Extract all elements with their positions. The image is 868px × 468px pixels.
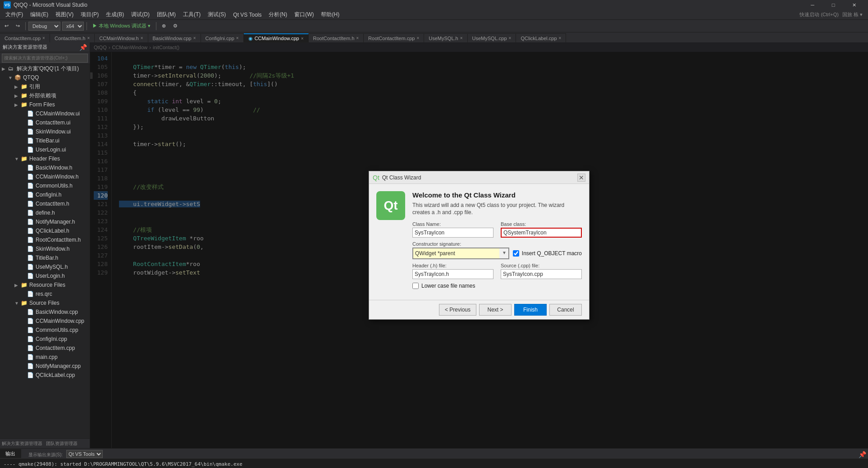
attach-button[interactable]: ⊕	[159, 22, 169, 30]
redo-button[interactable]: ↪	[13, 22, 23, 30]
tree-skinwindow-h[interactable]: ▶ 📄 SkinWindow.h	[0, 244, 90, 253]
menu-team[interactable]: 团队(M)	[153, 10, 179, 19]
tree-usemysql-h-node[interactable]: ▶ 📄 UseMySQL.h	[0, 262, 90, 271]
tree-resource-files[interactable]: ▶ 📁 Resource Files	[0, 280, 90, 289]
tab-contactitem-cpp[interactable]: ContactItem.cpp ×	[0, 33, 50, 42]
tab-rootcontactitem-h[interactable]: RootContactItem.h ×	[309, 33, 364, 42]
platform-select[interactable]: x64 x86	[62, 22, 84, 31]
tree-rootcontactitem-h[interactable]: ▶ 📄 RootContactItem.h	[0, 235, 90, 244]
tree-references[interactable]: ▶ 📁 引用	[0, 82, 90, 91]
tree-qclicklabel-h[interactable]: ▶ 📄 QClickLabel.h	[0, 226, 90, 235]
previous-button[interactable]: < Previous	[439, 304, 476, 316]
tree-contactitem-ui[interactable]: ▶ 📄 ContactItem.ui	[0, 118, 90, 127]
tree-configini-h[interactable]: ▶ 📄 ConfigIni.h	[0, 190, 90, 199]
header-input[interactable]	[412, 269, 493, 279]
minimize-button[interactable]: ─	[802, 0, 823, 10]
tree-res-qrc[interactable]: ▶ 📄 res.qrc	[0, 289, 90, 298]
dialog-close-button[interactable]: ✕	[577, 174, 585, 182]
menu-file[interactable]: 文件(F)	[2, 10, 27, 19]
tab-close[interactable]: ×	[416, 36, 419, 41]
tree-titlebar-h[interactable]: ▶ 📄 TitleBar.h	[0, 253, 90, 262]
tree-source-files[interactable]: ▼ 📁 Source Files	[0, 298, 90, 307]
undo-button[interactable]: ↩	[2, 22, 11, 30]
tab-close[interactable]: ×	[87, 36, 90, 41]
menu-qt[interactable]: Qt VS Tools	[229, 11, 265, 19]
menu-debug[interactable]: 调试(D)	[128, 10, 153, 19]
run-button[interactable]: ▶ 本地 Windows 调试器 ▾	[90, 22, 153, 30]
next-button[interactable]: Next >	[479, 304, 512, 316]
tree-userlogin-h[interactable]: ▶ 📄 UserLogin.h	[0, 271, 90, 280]
tab-close[interactable]: ×	[509, 36, 512, 41]
output-tab-output[interactable]: 输出	[0, 449, 21, 458]
insert-qobject-checkbox[interactable]	[513, 250, 519, 257]
tree-contactitem-h-node[interactable]: ▶ 📄 ContactItem.h	[0, 199, 90, 208]
output-area[interactable]: ---- qmake(29408): started D:\PROGRAMMIN…	[0, 458, 868, 468]
menu-window[interactable]: 窗口(W)	[291, 10, 317, 19]
tab-close[interactable]: ×	[460, 36, 463, 41]
menu-test[interactable]: 测试(S)	[204, 10, 229, 19]
tree-project[interactable]: ▼ 📦 QTQQ	[0, 73, 90, 82]
menu-tools[interactable]: 工具(T)	[179, 10, 204, 19]
tab-basicwindow-cpp[interactable]: BasicWindow.cpp ×	[148, 33, 201, 42]
tab-ccmainwindow-h[interactable]: CCMainWindow.h ×	[95, 33, 148, 42]
tab-ccmainwindow-cpp[interactable]: ◉ CCMainWindow.cpp ×	[244, 33, 309, 42]
menu-analyze[interactable]: 分析(N)	[265, 10, 291, 19]
tree-skinwindow-ui[interactable]: ▶ 📄 SkinWindow.ui	[0, 127, 90, 136]
tree-commonutils-cpp[interactable]: ▶ 📄 CommonUtils.cpp	[0, 326, 90, 335]
sidebar-search-input[interactable]	[2, 54, 88, 63]
close-button[interactable]: ✕	[844, 0, 864, 10]
tree-header-files[interactable]: ▼ 📁 Header Files	[0, 154, 90, 163]
class-name-input[interactable]	[412, 228, 493, 238]
tab-close-active[interactable]: ×	[301, 36, 304, 41]
tab-close[interactable]: ×	[42, 36, 45, 41]
menu-build[interactable]: 生成(B)	[102, 10, 128, 19]
tree-define-h[interactable]: ▶ 📄 define.h	[0, 208, 90, 217]
sidebar-pin[interactable]: 📌	[79, 44, 87, 51]
lowercase-checkbox[interactable]	[412, 283, 419, 289]
tab-close[interactable]: ×	[141, 36, 143, 41]
tree-notifymanager-cpp[interactable]: ▶ 📄 NotifyManager.cpp	[0, 362, 90, 371]
tab-rootcontactitem-cpp[interactable]: RootContactItem.cpp ×	[364, 33, 424, 42]
tree-ccmainwindow-h[interactable]: ▶ 📄 CCMainWindow.h	[0, 172, 90, 181]
tree-userlogin-ui[interactable]: ▶ 📄 UserLogin.ui	[0, 145, 90, 154]
tree-commonutils-h[interactable]: ▶ 📄 CommonUtils.h	[0, 181, 90, 190]
maximize-button[interactable]: □	[823, 0, 844, 10]
tab-contactitem-h[interactable]: ContactItem.h ×	[50, 33, 95, 42]
tree-root[interactable]: ▶ 🗂 解决方案'QtQQ'(1 个项目)	[0, 64, 90, 73]
base-class-input[interactable]	[501, 228, 582, 238]
output-pin[interactable]: 📌	[859, 451, 866, 458]
tree-configini-cpp[interactable]: ▶ 📄 ConfigIni.cpp	[0, 335, 90, 344]
output-source-select[interactable]: Qt VS Tools	[66, 450, 103, 458]
tree-main-cpp[interactable]: ▶ 📄 main.cpp	[0, 353, 90, 362]
menu-view[interactable]: 视图(V)	[52, 10, 77, 19]
menu-edit[interactable]: 编辑(E)	[27, 10, 52, 19]
tree-form-files[interactable]: ▶ 📁 Form Files	[0, 100, 90, 109]
tree-basicwindow-cpp[interactable]: ▶ 📄 BasicWindow.cpp	[0, 307, 90, 317]
menu-help[interactable]: 帮助(H)	[317, 10, 343, 19]
sidebar-tab-team[interactable]: 团队资源管理器	[46, 440, 78, 447]
tree-notifymanager-h[interactable]: ▶ 📄 NotifyManager.h	[0, 217, 90, 226]
tree-external[interactable]: ▶ 📁 外部依赖项	[0, 91, 90, 100]
finish-button[interactable]: Finish	[514, 304, 547, 316]
tab-close[interactable]: ×	[236, 36, 239, 41]
tree-basicwindow-h[interactable]: ▶ 📄 BasicWindow.h	[0, 163, 90, 172]
toolbar-extra1[interactable]: ⚙	[170, 22, 180, 30]
tab-close[interactable]: ×	[193, 36, 196, 41]
source-input[interactable]	[501, 269, 582, 279]
tree-contactitem-cpp[interactable]: ▶ 📄 ContactItem.cpp	[0, 344, 90, 353]
tree-titlebar-ui[interactable]: ▶ 📄 TitleBar.ui	[0, 136, 90, 145]
tree-ccmainwindow-ui[interactable]: ▶ 📄 CCMainWindow.ui	[0, 109, 90, 118]
tab-close[interactable]: ×	[356, 36, 359, 41]
constructor-input[interactable]	[413, 248, 499, 258]
tab-configini-cpp[interactable]: ConfigIni.cpp ×	[201, 33, 244, 42]
cancel-button[interactable]: Cancel	[549, 304, 582, 316]
sidebar-tab-solution[interactable]: 解决方案资源管理器	[2, 440, 42, 447]
tree-qclicklabel-cpp[interactable]: ▶ 📄 QClickLabel.cpp	[0, 371, 90, 380]
tab-qclicklabel-cpp[interactable]: QClickLabel.cpp ×	[516, 33, 566, 42]
tab-usemysql-h[interactable]: UseMySQL.h ×	[424, 33, 467, 42]
tree-ccmainwindow-cpp[interactable]: ▶ 📄 CCMainWindow.cpp	[0, 317, 90, 326]
tab-close[interactable]: ×	[559, 36, 562, 41]
config-select[interactable]: Debug Release	[28, 22, 60, 31]
menu-project[interactable]: 项目(P)	[77, 10, 102, 19]
tab-usemysql-cpp[interactable]: UseMySQL.cpp ×	[468, 33, 516, 42]
